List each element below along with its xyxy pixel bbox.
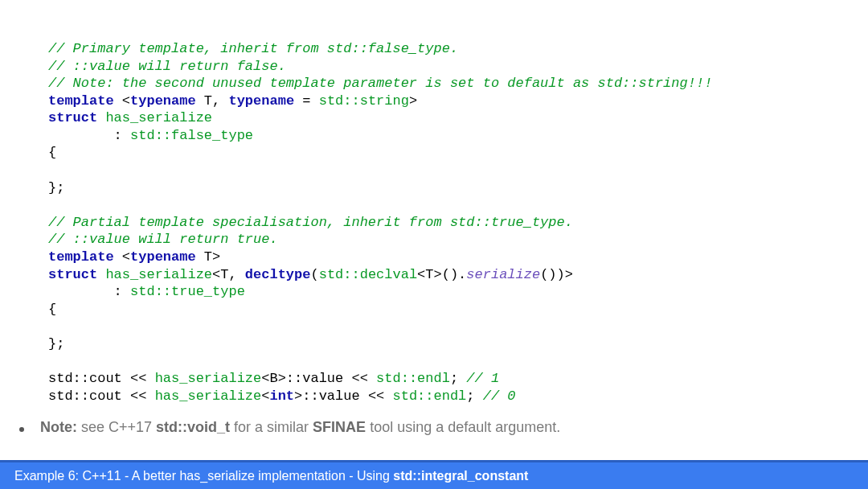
bullet-icon bbox=[19, 427, 24, 432]
note-segment: for a similar bbox=[230, 419, 313, 435]
code-text: ())> bbox=[540, 267, 573, 282]
kw-struct: struct bbox=[48, 110, 97, 125]
std-true-type: std::true_type bbox=[130, 284, 245, 299]
std-declval: std::declval bbox=[319, 267, 417, 282]
std-endl: std::endl bbox=[376, 371, 450, 386]
code-text: > bbox=[434, 267, 442, 282]
std-string: std::string bbox=[319, 93, 409, 109]
kw-template: template bbox=[48, 93, 114, 109]
code-text: T bbox=[220, 267, 228, 282]
code-comment: // Partial template specialisation, inhe… bbox=[48, 215, 573, 230]
has-serialize: has_serialize bbox=[97, 267, 212, 282]
kw-typename: typename bbox=[130, 249, 196, 265]
kw-int: int bbox=[269, 388, 294, 404]
code-text: < bbox=[261, 388, 269, 404]
code-text: < bbox=[212, 267, 220, 282]
code-comment: // ::value will return false. bbox=[48, 59, 286, 74]
kw-struct: struct bbox=[48, 267, 97, 282]
note-prefix: Note: bbox=[40, 419, 77, 435]
code-text: std::cout << bbox=[48, 371, 155, 386]
code-text: std::cout << bbox=[48, 388, 155, 404]
code-comment: // Primary template, inherit from std::f… bbox=[48, 41, 458, 56]
note-segment: tool using a default argument. bbox=[366, 419, 560, 435]
code-text: : bbox=[48, 284, 130, 299]
code-text: <B>::value << bbox=[261, 371, 376, 386]
code-text: T bbox=[196, 93, 212, 109]
note-line: Note: see C++17 std::void_t for a simila… bbox=[0, 405, 868, 436]
code-text: < bbox=[417, 267, 425, 282]
kw-typename: typename bbox=[130, 93, 196, 109]
code-comment: // ::value will return true. bbox=[48, 232, 278, 247]
code-comment: // 1 bbox=[466, 371, 499, 386]
code-comment: // Note: the second unused template para… bbox=[48, 76, 712, 91]
footer-text: Example 6: C++11 - A better has_serializ… bbox=[14, 469, 390, 483]
code-text: T bbox=[425, 267, 433, 282]
code-text: }; bbox=[48, 180, 64, 195]
kw-template: template bbox=[48, 249, 114, 265]
code-text: { bbox=[48, 145, 56, 160]
code-text: ; bbox=[466, 388, 482, 404]
code-text: ; bbox=[450, 371, 466, 386]
kw-decltype: decltype bbox=[245, 267, 311, 282]
code-text: T bbox=[196, 249, 212, 265]
std-endl: std::endl bbox=[392, 388, 466, 404]
code-text: : bbox=[48, 128, 130, 143]
code-text: }; bbox=[48, 336, 64, 351]
std-false-type: std::false_type bbox=[130, 128, 253, 143]
has-serialize: has_serialize bbox=[155, 388, 262, 404]
code-text: = bbox=[294, 93, 319, 109]
code-text: , bbox=[212, 93, 228, 109]
code-text: (). bbox=[442, 267, 467, 282]
kw-typename: typename bbox=[228, 93, 294, 109]
code-text: ( bbox=[310, 267, 318, 282]
has-serialize: has_serialize bbox=[97, 110, 212, 125]
code-text: > bbox=[409, 93, 417, 109]
code-block: // Primary template, inherit from std::f… bbox=[0, 0, 868, 405]
note-text: Note: see C++17 std::void_t for a simila… bbox=[40, 419, 560, 436]
code-comment: // 0 bbox=[483, 388, 516, 404]
footer-bar: Example 6: C++11 - A better has_serializ… bbox=[0, 460, 868, 489]
code-text: , bbox=[228, 267, 244, 282]
note-bold: std::void_t bbox=[156, 419, 230, 435]
note-segment: see C++17 bbox=[77, 419, 156, 435]
code-text: >::value << bbox=[294, 388, 392, 404]
has-serialize: has_serialize bbox=[155, 371, 262, 386]
code-text: < bbox=[114, 249, 130, 265]
note-bold: SFINAE bbox=[313, 419, 366, 435]
serialize-call: serialize bbox=[466, 267, 540, 282]
code-text: > bbox=[212, 249, 220, 265]
code-text: { bbox=[48, 302, 56, 317]
footer-bold: std::integral_constant bbox=[393, 469, 528, 483]
code-text: < bbox=[114, 93, 130, 109]
